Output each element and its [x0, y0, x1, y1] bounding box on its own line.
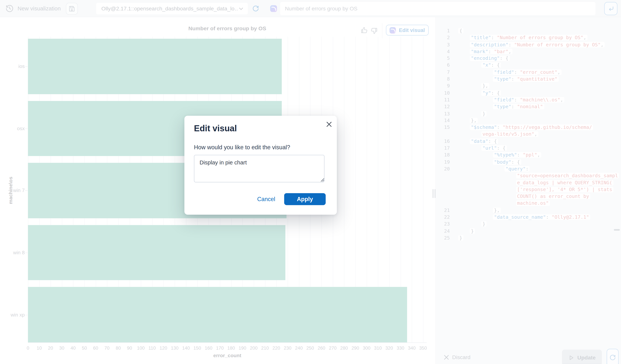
modal-title: Edit visual [194, 124, 237, 134]
cancel-button[interactable]: Cancel [254, 196, 278, 202]
close-icon [326, 121, 332, 127]
modal-close-button[interactable] [325, 120, 333, 128]
app-window: New visualization Olly@2.17.1::opensearc… [0, 0, 621, 364]
edit-instruction-textarea[interactable]: Display in pie chart [194, 155, 325, 182]
modal-question-label: How would you like to edit the visual? [194, 144, 290, 150]
edit-instruction-value: Display in pie chart [200, 159, 247, 166]
apply-button[interactable]: Apply [284, 193, 326, 205]
textarea-resize-handle[interactable] [319, 177, 324, 182]
